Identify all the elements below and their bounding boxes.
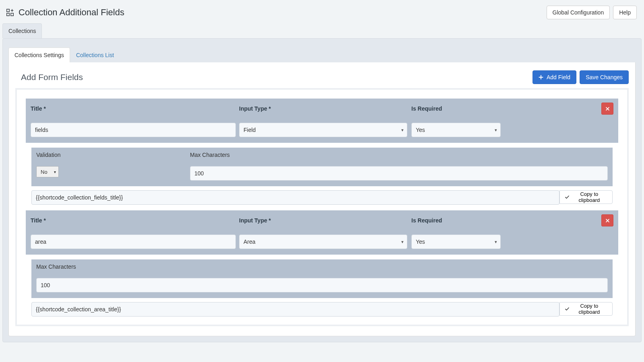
input-type-label: Input Type * xyxy=(239,217,271,224)
container-outer: Collections Settings Collections List Ad… xyxy=(2,38,642,342)
max-chars-input[interactable] xyxy=(36,278,608,292)
field-sub-block: Max Characters xyxy=(31,259,613,298)
save-changes-button[interactable]: Save Changes xyxy=(580,70,629,84)
sub-header: Validation Max Characters xyxy=(31,148,613,162)
input-type-label: Input Type * xyxy=(239,105,271,112)
title-input[interactable] xyxy=(31,123,236,137)
plus-icon xyxy=(539,75,543,80)
title-label: Title * xyxy=(31,105,46,112)
field-block: Title * Input Type * Is Required xyxy=(26,99,618,205)
page-header: Collection Additional Fields Global Conf… xyxy=(0,0,644,23)
page-header-actions: Global Configuration Help xyxy=(547,6,637,19)
max-chars-label: Max Characters xyxy=(190,152,230,158)
title-input[interactable] xyxy=(31,234,236,249)
is-required-label: Is Required xyxy=(411,217,442,224)
add-field-button[interactable]: Add Field xyxy=(533,70,576,84)
max-chars-label: Max Characters xyxy=(36,263,76,270)
copy-label: Copy to clipboard xyxy=(571,303,607,315)
field-row-header: Title * Input Type * Is Required xyxy=(26,210,618,230)
sub-controls: No xyxy=(31,162,613,186)
close-icon xyxy=(605,218,610,223)
copy-label: Copy to clipboard xyxy=(571,191,607,203)
check-icon xyxy=(565,195,570,200)
delete-field-button[interactable] xyxy=(601,103,613,115)
panel-title: Add Form Fields xyxy=(21,72,83,82)
help-button[interactable]: Help xyxy=(613,6,637,19)
tab-collections-settings[interactable]: Collections Settings xyxy=(8,47,70,62)
tab-collections-list[interactable]: Collections List xyxy=(70,47,120,62)
panel-actions: Add Field Save Changes xyxy=(533,70,629,84)
tab-collections[interactable]: Collections xyxy=(2,23,42,38)
shortcode-input[interactable] xyxy=(31,302,559,317)
svg-rect-1 xyxy=(7,13,9,16)
page-header-left: Collection Additional Fields xyxy=(6,7,124,18)
shortcode-row: Copy to clipboard xyxy=(31,190,613,205)
shortcode-row: Copy to clipboard xyxy=(31,302,613,317)
primary-tabs: Collections xyxy=(0,23,644,38)
settings-panel: Add Form Fields Add Field Save Changes T… xyxy=(8,62,636,336)
page-title: Collection Additional Fields xyxy=(19,7,124,18)
copy-to-clipboard-button[interactable]: Copy to clipboard xyxy=(559,190,613,204)
is-required-select[interactable]: Yes xyxy=(411,234,501,249)
svg-rect-0 xyxy=(7,9,9,12)
is-required-label: Is Required xyxy=(411,105,442,112)
field-row-header: Title * Input Type * Is Required xyxy=(26,99,618,119)
shortcode-input[interactable] xyxy=(31,190,559,205)
check-icon xyxy=(565,306,570,311)
title-label: Title * xyxy=(31,217,46,224)
input-type-select[interactable]: Field xyxy=(239,123,407,137)
delete-field-button[interactable] xyxy=(601,214,613,226)
copy-to-clipboard-button[interactable]: Copy to clipboard xyxy=(559,302,613,316)
validation-select[interactable]: No xyxy=(36,166,59,177)
max-chars-input[interactable] xyxy=(190,166,608,181)
add-field-label: Add Field xyxy=(547,74,570,80)
global-configuration-button[interactable]: Global Configuration xyxy=(547,6,610,19)
svg-rect-2 xyxy=(11,13,13,16)
close-icon xyxy=(605,107,610,111)
validation-label: Validation xyxy=(36,152,60,158)
sub-header: Max Characters xyxy=(31,259,613,274)
input-type-select[interactable]: Area xyxy=(239,234,407,249)
inner-tabs: Collections Settings Collections List xyxy=(8,47,636,62)
field-block: Title * Input Type * Is Required xyxy=(26,210,618,317)
panel-header: Add Form Fields Add Field Save Changes xyxy=(15,70,629,88)
field-row-controls: Field Yes xyxy=(26,119,618,143)
is-required-select[interactable]: Yes xyxy=(411,123,501,137)
sub-controls xyxy=(31,274,613,298)
field-row-controls: Area Yes xyxy=(26,230,618,255)
fields-wrap: Title * Input Type * Is Required xyxy=(15,88,629,326)
field-sub-block: Validation Max Characters No xyxy=(31,148,613,186)
grid-plus-icon xyxy=(6,8,14,17)
